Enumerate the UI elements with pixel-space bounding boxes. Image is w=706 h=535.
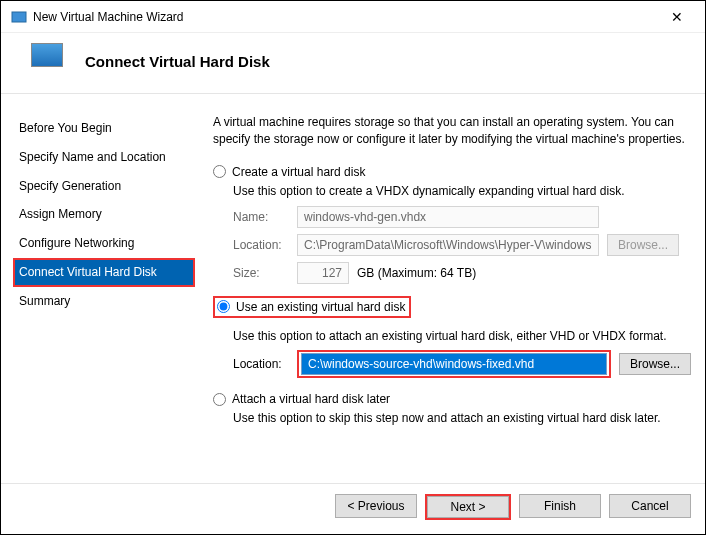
- main-panel: A virtual machine requires storage so th…: [199, 114, 701, 483]
- create-name-input: [297, 206, 599, 228]
- footer: < Previous Next > Finish Cancel: [1, 483, 705, 534]
- create-size-suffix: GB (Maximum: 64 TB): [357, 266, 476, 280]
- wizard-window: New Virtual Machine Wizard ✕ Connect Vir…: [0, 0, 706, 535]
- create-browse-button: Browse...: [607, 234, 679, 256]
- step-configure-networking[interactable]: Configure Networking: [13, 229, 195, 258]
- option-later-desc: Use this option to skip this step now an…: [233, 410, 691, 427]
- existing-location-label: Location:: [233, 357, 289, 371]
- step-specify-generation[interactable]: Specify Generation: [13, 172, 195, 201]
- option-existing-desc: Use this option to attach an existing vi…: [233, 328, 691, 345]
- page-header: Connect Virtual Hard Disk: [1, 33, 705, 94]
- existing-location-input[interactable]: [301, 353, 607, 375]
- svg-rect-0: [12, 12, 26, 22]
- option-create: Create a virtual hard disk Use this opti…: [213, 165, 691, 284]
- step-connect-vhd[interactable]: Connect Virtual Hard Disk: [13, 258, 195, 287]
- create-location-input: [297, 234, 599, 256]
- option-create-label: Create a virtual hard disk: [232, 165, 365, 179]
- radio-create[interactable]: [213, 165, 226, 178]
- option-later: Attach a virtual hard disk later Use thi…: [213, 392, 691, 427]
- disk-icon: [31, 43, 63, 67]
- step-summary[interactable]: Summary: [13, 287, 195, 316]
- next-button[interactable]: Next >: [427, 496, 509, 518]
- cancel-button[interactable]: Cancel: [609, 494, 691, 518]
- sidebar: Before You Begin Specify Name and Locati…: [13, 114, 199, 483]
- step-before-you-begin[interactable]: Before You Begin: [13, 114, 195, 143]
- titlebar: New Virtual Machine Wizard ✕: [1, 1, 705, 33]
- option-existing-label: Use an existing virtual hard disk: [236, 300, 405, 314]
- step-specify-name[interactable]: Specify Name and Location: [13, 143, 195, 172]
- previous-button[interactable]: < Previous: [335, 494, 417, 518]
- wizard-icon: [11, 9, 27, 25]
- radio-later[interactable]: [213, 393, 226, 406]
- page-title: Connect Virtual Hard Disk: [85, 53, 270, 70]
- option-create-desc: Use this option to create a VHDX dynamic…: [233, 183, 691, 200]
- radio-existing[interactable]: [217, 300, 230, 313]
- option-later-label: Attach a virtual hard disk later: [232, 392, 390, 406]
- create-size-input: [297, 262, 349, 284]
- create-name-label: Name:: [233, 210, 289, 224]
- step-assign-memory[interactable]: Assign Memory: [13, 200, 195, 229]
- finish-button[interactable]: Finish: [519, 494, 601, 518]
- option-existing: Use an existing virtual hard disk Use th…: [213, 296, 691, 379]
- create-size-label: Size:: [233, 266, 289, 280]
- existing-browse-button[interactable]: Browse...: [619, 353, 691, 375]
- window-title: New Virtual Machine Wizard: [33, 10, 184, 24]
- intro-text: A virtual machine requires storage so th…: [213, 114, 691, 149]
- close-button[interactable]: ✕: [657, 9, 697, 25]
- create-location-label: Location:: [233, 238, 289, 252]
